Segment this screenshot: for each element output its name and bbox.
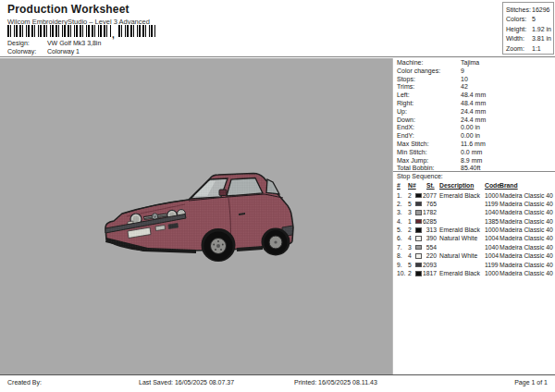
machine-label: Machine:	[397, 59, 461, 67]
row-n: 2	[408, 191, 412, 200]
row-brand: Madeira Classic 40	[500, 217, 553, 226]
stop-sequence-table: # N# St. Description Code Brand 1.22077E…	[393, 181, 555, 277]
width-value: 3.81 in	[532, 34, 551, 43]
color-changes-label: Color changes:	[397, 67, 461, 76]
row-code: 1000	[485, 226, 499, 234]
up-label: Up:	[397, 108, 461, 116]
col-num: #	[397, 181, 407, 191]
car-front-lug-4	[215, 249, 216, 251]
col-description: Description	[439, 181, 474, 191]
endy-value: 0.00 in	[461, 132, 480, 141]
design-label: Design:	[7, 40, 45, 46]
row-brand: Madeira Classic 40	[500, 269, 553, 277]
color-changes-value: 9	[461, 67, 464, 76]
row-code: 1000	[485, 269, 499, 277]
machine-info-rows: Machine:Tajima Color changes:9 Stops:10 …	[393, 59, 555, 173]
car-front-lug-5	[213, 244, 215, 246]
row-num: 10.	[397, 269, 407, 277]
row-n: 4	[408, 251, 412, 260]
row-num: 8.	[397, 251, 407, 260]
row-code: 1040	[485, 243, 499, 251]
trims-label: Trims:	[397, 83, 461, 92]
max-jump-value: 8.9 mm	[461, 157, 482, 165]
right-value: 48.4 mm	[461, 100, 486, 108]
height-label: Height:	[506, 25, 532, 34]
table-row: 4.162851385Madeira Classic 40	[393, 217, 555, 226]
left-label: Left:	[397, 92, 461, 100]
down-label: Down:	[397, 116, 461, 125]
last-saved: Last Saved: 16/05/2025 08.07.37	[139, 379, 234, 386]
row-num: 2.	[397, 200, 407, 208]
col-brand: Brand	[500, 181, 518, 191]
width-label: Width:	[506, 34, 532, 43]
car-front-lug-2	[222, 244, 224, 246]
colors-label: Colors:	[506, 15, 532, 24]
worksheet-footer: Created By: Last Saved: 16/05/2025 08.07…	[0, 374, 555, 392]
row-code: 1000	[485, 191, 499, 200]
table-row: 9.520931199Madeira Classic 40	[393, 261, 555, 269]
trims-value: 42	[461, 83, 468, 92]
row-num: 7.	[397, 243, 407, 251]
design-barcode: ,	[7, 25, 155, 37]
barcode-bars-right	[118, 25, 155, 37]
stops-label: Stops:	[397, 76, 461, 84]
car-front-lug-1	[217, 240, 219, 242]
min-stitch-label: Min Stitch:	[397, 149, 461, 157]
stop-sequence-header-row: # N# St. Description Code Brand	[393, 181, 555, 191]
row-brand: Madeira Classic 40	[500, 243, 553, 251]
page-title: Production Worksheet	[7, 3, 130, 16]
colors-value: 5	[532, 15, 536, 24]
row-stitches: 313	[419, 226, 437, 234]
car-front-hub-center	[216, 244, 220, 248]
row-brand: Madeira Classic 40	[500, 226, 553, 234]
row-n: 2	[408, 226, 412, 234]
car-front-lug-3	[220, 249, 222, 251]
design-canvas	[0, 58, 392, 374]
row-description: Emerald Black	[439, 269, 480, 277]
row-num: 4.	[397, 217, 407, 226]
row-description: Emerald Black	[439, 226, 480, 234]
min-stitch-value: 0.0 mm	[461, 149, 482, 157]
stitches-value: 16296	[532, 6, 549, 15]
row-n: 5	[408, 261, 412, 269]
row-code: 1199	[485, 200, 499, 208]
row-code: 1040	[485, 208, 499, 216]
col-st: St.	[426, 181, 435, 191]
row-brand: Madeira Classic 40	[500, 261, 553, 269]
row-stitches: 220	[419, 251, 437, 260]
row-num: 9.	[397, 261, 407, 269]
row-n: 3	[408, 208, 412, 216]
right-label: Right:	[397, 100, 461, 108]
stop-sequence-divider	[393, 171, 555, 172]
design-value: VW Golf Mk3 3,8in	[47, 40, 101, 46]
car-rear-hub-center	[274, 240, 277, 243]
row-brand: Madeira Classic 40	[500, 200, 553, 208]
height-value: 1.92 in	[532, 25, 551, 34]
up-value: 24.4 mm	[461, 108, 486, 116]
row-brand: Madeira Classic 40	[500, 191, 553, 200]
row-stitches: 390	[419, 234, 437, 242]
left-value: 48.4 mm	[461, 92, 486, 100]
colorway-label: Colorway:	[7, 48, 45, 55]
colorway-row: Colorway: Colorway 1	[7, 48, 80, 55]
row-num: 3.	[397, 208, 407, 216]
max-stitch-value: 11.6 mm	[461, 141, 486, 149]
max-stitch-label: Max Stitch:	[397, 141, 461, 149]
production-worksheet-page: Production Worksheet Wilcom EmbroiderySt…	[0, 0, 555, 392]
stop-sequence-title: Stop Sequence:	[397, 173, 443, 179]
zoom-value: 1:1	[532, 44, 541, 54]
endy-label: EndY:	[397, 132, 461, 141]
row-n: 2	[408, 269, 412, 277]
row-code: 1004	[485, 234, 499, 242]
row-description: Natural White	[439, 251, 477, 260]
row-brand: Madeira Classic 40	[500, 251, 553, 260]
barcode-comma: ,	[112, 33, 115, 37]
row-code: 1385	[485, 217, 499, 226]
row-n: 1	[408, 217, 412, 226]
row-stitches: 1817	[419, 269, 437, 277]
row-stitches: 554	[419, 243, 437, 251]
barcode-bars-left	[7, 25, 111, 37]
row-brand: Madeira Classic 40	[500, 208, 553, 216]
zoom-label: Zoom:	[506, 44, 532, 54]
design-row: Design: VW Golf Mk3 3,8in	[7, 40, 101, 46]
